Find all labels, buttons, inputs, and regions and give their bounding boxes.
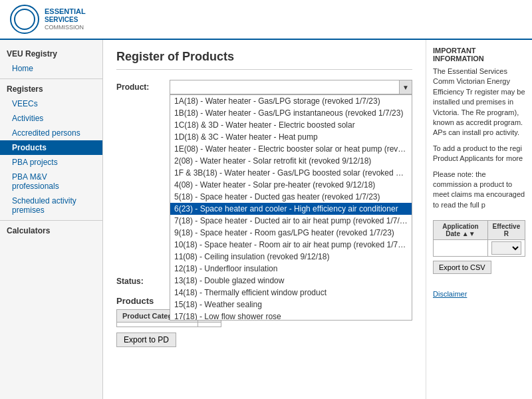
dropdown-item[interactable]: 1E(08) - Water heater - Electric booster…: [170, 143, 412, 155]
dropdown-item[interactable]: 1A(18) - Water heater - Gas/LPG storage …: [170, 95, 412, 107]
dropdown-list[interactable]: 1A(18) - Water heater - Gas/LPG storage …: [170, 94, 412, 321]
logo-container: ESSENTIAL SERVICES COMMISSION: [10, 5, 86, 34]
product-dropdown-container: ▼ 1A(18) - Water heater - Gas/LPG storag…: [170, 80, 412, 94]
sidebar-item-accredited-persons[interactable]: Accredited persons: [0, 126, 102, 140]
sidebar-item-products[interactable]: Products: [0, 140, 102, 155]
logo-icon: [10, 5, 39, 34]
main-content: Register of Products Product: ▼ 1A(18) -…: [103, 40, 426, 399]
dropdown-item[interactable]: 10(18) - Space heater - Room air to air …: [170, 239, 412, 251]
logo-text: ESSENTIAL SERVICES COMMISSION: [45, 7, 86, 31]
status-label: Status:: [116, 274, 170, 286]
table-row: [117, 323, 221, 327]
info-panel: IMPORTANT INFORMATION The Essential Serv…: [426, 40, 532, 399]
dropdown-item[interactable]: 1B(18) - Water heater - Gas/LPG instanta…: [170, 107, 412, 119]
sidebar-item-pba-projects[interactable]: PBA projects: [0, 155, 102, 170]
calculators-title: Calculators: [0, 223, 102, 238]
product-label: Product:: [116, 80, 170, 92]
info-text-2: To add a product to the regi Product App…: [433, 144, 525, 164]
logo-essential: ESSENTIAL: [45, 7, 86, 16]
sidebar-item-pba-mv[interactable]: PBA M&V professionals: [0, 170, 102, 194]
header: ESSENTIAL SERVICES COMMISSION: [0, 0, 532, 40]
dropdown-arrow-btn[interactable]: ▼: [399, 80, 412, 94]
col-effective-r: Effective R: [487, 221, 525, 240]
effective-select[interactable]: [491, 241, 521, 255]
disclaimer-link[interactable]: Disclaimer: [433, 290, 467, 298]
logo-services: SERVICES: [45, 16, 86, 24]
dropdown-item[interactable]: 14(18) - Thermally efficient window prod…: [170, 287, 412, 299]
dropdown-item[interactable]: 17(18) - Low flow shower rose: [170, 311, 412, 321]
product-row: Product: ▼ 1A(18) - Water heater - Gas/L…: [116, 80, 412, 94]
dropdown-item[interactable]: 13(18) - Double glazed window: [170, 275, 412, 287]
cell-no: [198, 323, 221, 327]
info-title: IMPORTANT INFORMATION: [433, 47, 525, 63]
export-pd-button[interactable]: Export to PD: [116, 332, 176, 347]
col-application-date: Application Date ▲▼: [434, 221, 488, 240]
sort-app-date-btn[interactable]: ▲▼: [462, 230, 475, 237]
page-title: Register of Products: [116, 50, 412, 70]
veu-registry-title: VEU Registry: [0, 47, 102, 61]
dropdown-item[interactable]: 1D(18) & 3C - Water heater - Heat pump: [170, 131, 412, 143]
product-control-wrap: ▼ 1A(18) - Water heater - Gas/LPG storag…: [170, 80, 412, 94]
dropdown-item[interactable]: 7(18) - Space heater - Ducted air to air…: [170, 215, 412, 227]
info-text-1: The Essential Services Comm Victorian En…: [433, 66, 525, 138]
sidebar: VEU Registry Home Registers VEECs Activi…: [0, 40, 103, 399]
dropdown-item[interactable]: 9(18) - Space heater - Room gas/LPG heat…: [170, 227, 412, 239]
result-row: [434, 240, 525, 257]
export-csv-button[interactable]: Export to CSV: [433, 261, 491, 274]
dropdown-item[interactable]: 11(08) - Ceiling insulation (revoked 9/1…: [170, 251, 412, 263]
dropdown-item[interactable]: 15(18) - Weather sealing: [170, 299, 412, 311]
results-section: Application Date ▲▼ Effective R: [433, 220, 525, 298]
dropdown-item[interactable]: 1C(18) & 3D - Water heater - Electric bo…: [170, 119, 412, 131]
info-text-3: Please note: the commission a product to…: [433, 170, 525, 211]
sidebar-item-activities[interactable]: Activities: [0, 111, 102, 126]
result-table: Application Date ▲▼ Effective R: [433, 220, 525, 257]
logo-commission: COMMISSION: [45, 24, 86, 31]
result-cell-effective: [487, 240, 525, 257]
dropdown-item[interactable]: 2(08) - Water heater - Solar retrofit ki…: [170, 155, 412, 167]
layout: VEU Registry Home Registers VEECs Activi…: [0, 40, 532, 399]
dropdown-item[interactable]: 5(18) - Space heater - Ducted gas heater…: [170, 191, 412, 203]
cell-product-category: [117, 323, 198, 327]
product-input[interactable]: [170, 80, 412, 94]
dropdown-item[interactable]: 12(18) - Underfloor insulation: [170, 263, 412, 275]
dropdown-item[interactable]: 6(23) - Space heater and cooler - High e…: [170, 203, 412, 215]
registers-title: Registers: [0, 82, 102, 96]
result-cell-date: [434, 240, 488, 257]
dropdown-item[interactable]: 1F & 3B(18) - Water heater - Gas/LPG boo…: [170, 167, 412, 179]
dropdown-item[interactable]: 4(08) - Water heater - Solar pre-heater …: [170, 179, 412, 191]
sidebar-item-home[interactable]: Home: [0, 61, 102, 76]
sidebar-item-veecs[interactable]: VEECs: [0, 96, 102, 111]
sidebar-item-scheduled-activity[interactable]: Scheduled activity premises: [0, 194, 102, 217]
